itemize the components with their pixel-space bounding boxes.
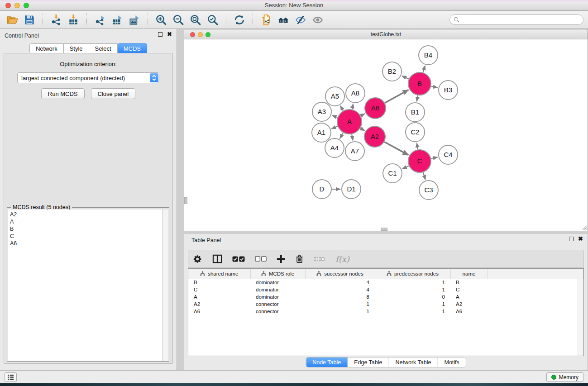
- tab-network[interactable]: Network: [29, 43, 64, 53]
- tab-select[interactable]: Select: [89, 43, 118, 53]
- select-all-button[interactable]: [232, 256, 245, 262]
- open-session-button[interactable]: [5, 13, 19, 27]
- graph-edge-A-A6[interactable]: [361, 114, 365, 116]
- table-cell[interactable]: A2: [450, 300, 488, 308]
- graph-edge-C-C2[interactable]: [417, 143, 418, 150]
- graph-edge-C-C4[interactable]: [431, 157, 437, 158]
- show-all-button[interactable]: [311, 13, 325, 27]
- mcds-result-item[interactable]: B: [10, 225, 160, 233]
- search-input[interactable]: [462, 17, 579, 23]
- table-cell[interactable]: A: [450, 293, 488, 300]
- mcds-result-item[interactable]: C: [10, 233, 160, 240]
- table-cell[interactable]: 1: [305, 300, 375, 308]
- float-panel-icon[interactable]: [158, 32, 163, 37]
- export-table-button[interactable]: [110, 13, 124, 27]
- table-row[interactable]: Bdominator41B: [188, 279, 583, 286]
- table-cell[interactable]: C: [188, 286, 250, 293]
- graph-edge-A-A5[interactable]: [340, 106, 343, 111]
- mcds-result-list[interactable]: A2ABCA6: [8, 210, 163, 361]
- table-cell[interactable]: A: [188, 293, 250, 300]
- new-network-from-selection-button[interactable]: [259, 13, 273, 27]
- close-panel-button[interactable]: Close panel: [91, 88, 136, 99]
- graph-edge-C-C1[interactable]: [402, 166, 409, 169]
- float-table-panel-icon[interactable]: [569, 237, 574, 241]
- run-mcds-button[interactable]: Run MCDS: [41, 88, 85, 99]
- mcds-result-item[interactable]: A2: [10, 211, 160, 218]
- table-cell[interactable]: connector: [250, 300, 305, 308]
- table-cell[interactable]: 1: [375, 300, 450, 308]
- table-cell[interactable]: dominator: [250, 279, 305, 286]
- graph-edge-C-C3[interactable]: [423, 172, 425, 180]
- graph-edge-A-A3[interactable]: [332, 115, 338, 117]
- first-neighbors-button[interactable]: [276, 13, 291, 27]
- graph-edge-A2-C[interactable]: [384, 142, 408, 155]
- table-cell[interactable]: 1: [375, 308, 450, 315]
- graph-edge-B-B4[interactable]: [423, 66, 425, 72]
- table-row[interactable]: Adominator80A: [188, 293, 583, 300]
- table-cell[interactable]: 1: [305, 308, 375, 315]
- table-row[interactable]: A2connector11A2: [188, 300, 583, 308]
- graph-edge-B-B3[interactable]: [431, 86, 437, 88]
- import-table-button[interactable]: [66, 13, 81, 27]
- table-settings-button[interactable]: [193, 254, 202, 264]
- save-session-button[interactable]: [22, 13, 37, 27]
- graph-edge-A-A1[interactable]: [331, 126, 338, 129]
- tab-motifs[interactable]: Motifs: [438, 357, 465, 367]
- table-cell[interactable]: A6: [450, 308, 488, 315]
- zoom-fit-button[interactable]: [188, 13, 203, 27]
- table-cell[interactable]: 1: [375, 286, 450, 293]
- graph-edge-A6-B[interactable]: [385, 90, 408, 103]
- graph-edge-B-B2[interactable]: [402, 76, 409, 79]
- tab-mcds[interactable]: MCDS: [118, 43, 147, 53]
- table-row[interactable]: Cdominator41C: [188, 286, 583, 293]
- deselect-all-button[interactable]: [255, 256, 267, 262]
- graph-edge-A-A8[interactable]: [352, 104, 353, 110]
- table-cell[interactable]: 4: [305, 286, 375, 293]
- memory-button[interactable]: Memory: [546, 372, 583, 382]
- table-cell[interactable]: C: [450, 286, 488, 293]
- split-column-button[interactable]: [212, 254, 222, 263]
- column-header-name[interactable]: name: [450, 269, 488, 279]
- tab-edge-table[interactable]: Edge Table: [348, 357, 389, 367]
- table-cell[interactable]: A6: [188, 308, 250, 315]
- export-image-button[interactable]: [127, 13, 142, 27]
- graph-edge-A-A7[interactable]: [352, 134, 353, 141]
- column-header-MCDS-role[interactable]: MCDS role: [250, 269, 305, 279]
- column-header-shared-name[interactable]: shared name: [188, 269, 250, 279]
- zoom-in-button[interactable]: [154, 13, 168, 27]
- tab-style[interactable]: Style: [64, 43, 89, 53]
- column-header-successor-nodes[interactable]: successor nodes: [305, 269, 375, 279]
- column-header-predecessor-nodes[interactable]: predecessor nodes: [375, 269, 450, 279]
- graph-edge-B-B1[interactable]: [417, 95, 418, 102]
- refresh-button[interactable]: [232, 13, 247, 27]
- table-scrollbar[interactable]: [578, 279, 583, 356]
- table-row[interactable]: A6connector11A6: [188, 308, 583, 315]
- table-cell[interactable]: connector: [250, 308, 305, 315]
- table-cell[interactable]: 8: [305, 293, 375, 300]
- close-panel-icon[interactable]: ✖: [167, 32, 172, 37]
- tab-node-table[interactable]: Node Table: [306, 357, 348, 367]
- tab-network-table[interactable]: Network Table: [389, 357, 438, 367]
- table-cell[interactable]: B: [450, 279, 488, 286]
- network-canvas[interactable]: AA6A2BCA5A8A3A1A4A7B4B2B3B1C2C1C4C3DD1: [184, 39, 588, 231]
- show-panels-list-button[interactable]: [5, 372, 17, 382]
- mcds-result-item[interactable]: A: [10, 218, 160, 225]
- table-cell[interactable]: dominator: [250, 286, 305, 293]
- optimization-criterion-select[interactable]: largest connected component (directed): [17, 72, 159, 83]
- graph-edge-A-A4[interactable]: [340, 133, 343, 138]
- import-network-button[interactable]: [49, 13, 63, 27]
- table-cell[interactable]: B: [188, 279, 250, 286]
- zoom-selected-button[interactable]: [206, 13, 220, 27]
- add-column-button[interactable]: [277, 255, 285, 263]
- graph-edge-A-A2[interactable]: [360, 128, 364, 131]
- hide-selected-button[interactable]: [293, 13, 308, 27]
- close-table-panel-icon[interactable]: ✖: [578, 237, 583, 241]
- zoom-out-button[interactable]: [171, 13, 186, 27]
- table-cell[interactable]: 0: [375, 293, 450, 300]
- search-field[interactable]: [449, 14, 583, 25]
- delete-column-button[interactable]: [295, 254, 304, 263]
- table-cell[interactable]: A2: [188, 300, 250, 308]
- result-scrollbar[interactable]: [163, 210, 168, 361]
- canvas-horizontal-scroll-thumb[interactable]: [381, 228, 387, 231]
- table-cell[interactable]: 4: [305, 279, 375, 286]
